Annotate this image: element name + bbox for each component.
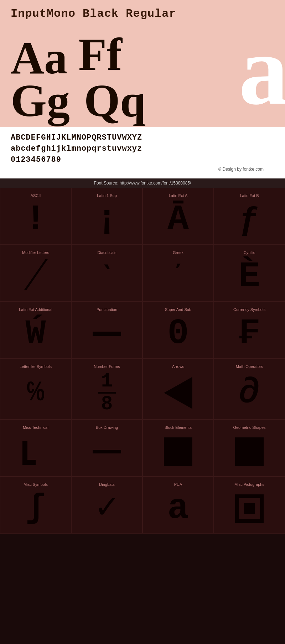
char-cell-superandsub: Super And Sub 0 — [142, 302, 214, 359]
char-label-dingbats: Dingbats — [99, 482, 114, 487]
char-label-miscpictographs: Misc Pictographs — [234, 482, 264, 487]
font-title: InputMono Black Regular — [11, 7, 274, 20]
char-symbol-cyrillic: È — [239, 258, 260, 296]
char-symbol-miscsymbols: ʃ — [26, 489, 45, 528]
pictograph-svg — [235, 494, 264, 523]
char-cell-punctuation: Punctuation — [71, 302, 142, 359]
char-label-latin1sup: Latin 1 Sup — [97, 193, 117, 198]
char-label-diacriticals: Diacriticals — [97, 250, 116, 255]
char-label-geoshapes: Geometric Shapes — [233, 425, 265, 430]
hero-letter-qq: Qq — [84, 75, 146, 126]
char-cell-blockelements: Block Elements — [142, 420, 214, 477]
char-symbol-latinextadd: Ẃ — [25, 315, 46, 353]
char-label-latinextb: Latin Ext B — [240, 193, 259, 198]
char-label-modifier: Modifier Letters — [22, 250, 49, 255]
char-symbol-arrows — [164, 372, 192, 414]
char-cell-dingbats: Dingbats ✓ — [71, 477, 142, 534]
char-symbol-boxdrawing — [93, 432, 121, 471]
char-symbol-numberforms: 1 8 — [98, 372, 116, 414]
char-symbol-dingbats: ✓ — [96, 489, 118, 528]
char-cell-greek: Greek ΄ — [142, 245, 214, 302]
corner-bracket-svg — [21, 437, 50, 466]
char-label-currency: Currency Symbols — [233, 307, 265, 312]
digits: 0123456789 — [11, 155, 274, 166]
font-header-section: InputMono Black Regular — [0, 0, 285, 27]
char-cell-pua: PUA a — [142, 477, 214, 534]
char-symbol-blockelements — [164, 432, 192, 471]
hero-ff: Ff — [78, 31, 122, 77]
char-cell-letterlike: Letterlike Symbols ℅ — [0, 359, 71, 420]
hero-letter-ff: Ff — [78, 28, 122, 80]
hero-second-row: Gg Qq — [11, 74, 146, 127]
char-symbol-misctechnical — [21, 432, 50, 471]
char-label-letterlike: Letterlike Symbols — [20, 364, 52, 369]
char-label-greek: Greek — [173, 250, 183, 255]
char-symbol-ascii: ! — [25, 201, 46, 239]
char-cell-miscpictographs: Misc Pictographs — [214, 477, 285, 534]
char-cell-latinextadd: Latin Ext Additional Ẃ — [0, 302, 71, 359]
char-symbol-latin1sup: ¡ — [96, 201, 118, 239]
char-label-blockelements: Block Elements — [165, 425, 192, 430]
character-grid: ASCII ! Latin 1 Sup ¡ Latin Ext A Ā Lati… — [0, 188, 285, 534]
char-cell-currency: Currency Symbols ₣ — [214, 302, 285, 359]
char-cell-ascii: ASCII ! — [0, 188, 71, 245]
alphabet-section: ABCDEFGHIJKLMNOPQRSTUVWXYZ abcdefghijklm… — [0, 127, 285, 178]
char-label-arrows: Arrows — [172, 364, 184, 369]
char-symbol-diacriticals: ‵ — [99, 258, 115, 296]
font-source-bar: Font Source: http://www.fontke.com/font/… — [0, 178, 285, 188]
hero-letter-gg: Gg — [11, 75, 70, 126]
char-cell-modifier: Modifier Letters ╱ — [0, 245, 71, 302]
char-label-superandsub: Super And Sub — [165, 307, 191, 312]
char-symbol-latinextb: ƒ — [239, 201, 259, 239]
char-label-pua: PUA — [174, 482, 182, 487]
char-label-cyrillic: Cyrillic — [244, 250, 255, 255]
char-symbol-pua: a — [167, 489, 189, 528]
char-cell-diacriticals: Diacriticals ‵ — [71, 245, 142, 302]
char-symbol-mathops: ∂ — [239, 372, 260, 414]
char-cell-miscsymbols: Misc Symbols ʃ — [0, 477, 71, 534]
char-label-miscsymbols: Misc Symbols — [24, 482, 48, 487]
char-symbol-geoshapes — [235, 432, 264, 471]
char-label-latinextadd: Latin Ext Additional — [19, 307, 52, 312]
char-cell-arrows: Arrows — [142, 359, 214, 420]
char-cell-geoshapes: Geometric Shapes — [214, 420, 285, 477]
char-cell-misctechnical: Misc Technical — [0, 420, 71, 477]
char-cell-latinexta: Latin Ext A Ā — [142, 188, 214, 245]
char-label-numberforms: Number Forms — [94, 364, 120, 369]
char-symbol-letterlike: ℅ — [27, 372, 44, 414]
char-symbol-latinexta: Ā — [167, 201, 189, 239]
hero-letters-area: Aa Ff a Gg Qq — [0, 27, 285, 127]
char-cell-numberforms: Number Forms 1 8 — [71, 359, 142, 420]
lowercase-alphabet: abcdefghijklmnopqrstuvwxyz — [11, 144, 274, 155]
char-symbol-miscpictographs — [235, 489, 264, 528]
char-label-punctuation: Punctuation — [97, 307, 117, 312]
char-cell-mathops: Math Operators ∂ — [214, 359, 285, 420]
char-cell-latin1sup: Latin 1 Sup ¡ — [71, 188, 142, 245]
design-credit: © Design by fontke.com — [11, 165, 274, 173]
char-cell-cyrillic: Cyrillic È — [214, 245, 285, 302]
char-cell-latinextb: Latin Ext B ƒ — [214, 188, 285, 245]
svg-rect-1 — [244, 503, 255, 514]
uppercase-alphabet: ABCDEFGHIJKLMNOPQRSTUVWXYZ — [11, 133, 274, 144]
char-symbol-greek: ΄ — [170, 258, 186, 296]
char-symbol-superandsub: 0 — [167, 315, 189, 353]
char-label-boxdrawing: Box Drawing — [96, 425, 118, 430]
char-label-latinexta: Latin Ext A — [169, 193, 188, 198]
char-symbol-punctuation — [93, 315, 121, 353]
char-label-ascii: ASCII — [31, 193, 41, 198]
hero-large-a: a — [239, 27, 285, 120]
char-symbol-currency: ₣ — [239, 315, 260, 353]
char-label-misctechnical: Misc Technical — [23, 425, 48, 430]
char-cell-boxdrawing: Box Drawing — [71, 420, 142, 477]
char-label-mathops: Math Operators — [236, 364, 263, 369]
char-symbol-modifier: ╱ — [24, 258, 47, 296]
